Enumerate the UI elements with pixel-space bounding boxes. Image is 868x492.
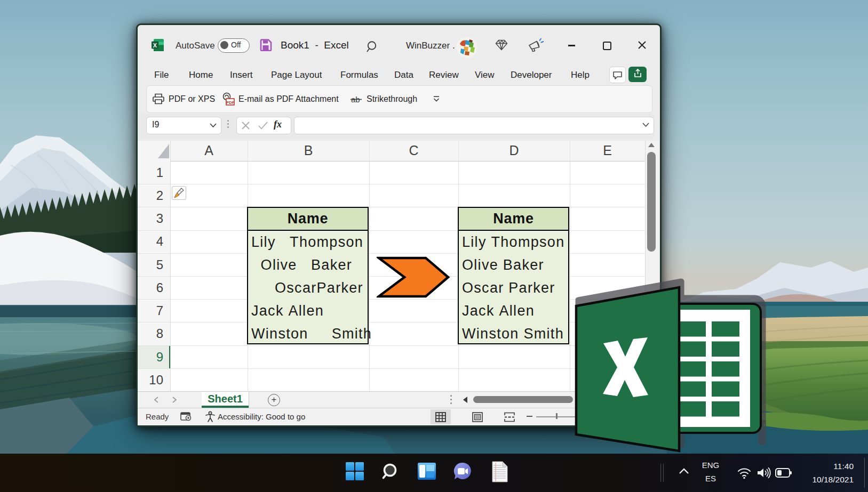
svg-text:X: X — [153, 42, 157, 49]
svg-text:PDF: PDF — [226, 100, 234, 105]
